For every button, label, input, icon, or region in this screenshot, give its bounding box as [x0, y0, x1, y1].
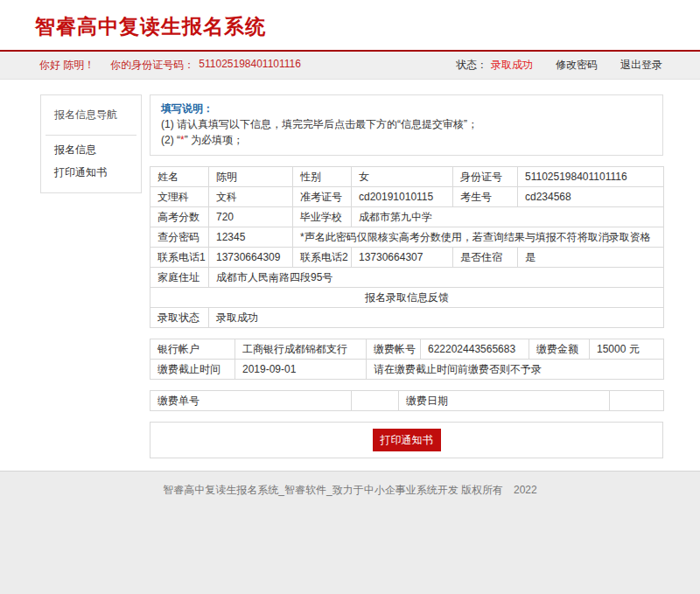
site-title: 智睿高中复读生报名系统: [0, 0, 700, 40]
table-cell: 是: [518, 248, 664, 268]
id-number-label: 你的身份证号码：: [110, 58, 194, 73]
copyright-text: 智睿高中复读生报名系统_智睿软件_致力于中小企事业系统开发 版权所有 2022: [163, 484, 536, 496]
table-row: 缴费单号缴费日期: [150, 391, 664, 411]
page-header: 智睿高中复读生报名系统: [0, 0, 700, 50]
table-row: 高考分数720毕业学校成都市第九中学: [150, 207, 664, 227]
sidebar-nav-title: 报名信息导航: [41, 104, 141, 135]
table-cell: 请在缴费截止时间前缴费否则不予录: [367, 360, 664, 380]
print-button-row: 打印通知书: [150, 422, 663, 458]
table-cell: cd234568: [518, 187, 664, 207]
table-cell: 准考证号: [293, 187, 352, 207]
table-cell: 银行帐户: [150, 339, 235, 360]
instruction-line-2-pre: (2) “: [161, 134, 180, 146]
id-number-value: 511025198401101116: [199, 58, 301, 73]
table-cell: 性别: [293, 167, 352, 187]
table-cell: 工商银行成都锦都支行: [235, 339, 367, 360]
table-row: 报名录取信息反馈: [150, 288, 664, 308]
change-password-link[interactable]: 修改密码: [556, 58, 598, 73]
page-footer: 智睿高中复读生报名系统_智睿软件_致力于中小企事业系统开发 版权所有 2022: [0, 471, 700, 594]
instruction-line-2: (2) “*” 为必填项；: [161, 132, 652, 148]
table-cell: 查分密码: [150, 227, 209, 248]
greeting-text: 你好 陈明！: [39, 58, 94, 73]
user-info: 你好 陈明！ 你的身份证号码： 511025198401101116: [39, 58, 301, 73]
status-badge: 录取成功: [491, 58, 533, 73]
table-cell: 511025198401101116: [518, 167, 664, 187]
table-cell: 720: [209, 207, 293, 227]
table-cell: 2019-09-01: [235, 360, 367, 380]
table-cell: 13730664309: [209, 248, 293, 268]
table-cell: 文科: [209, 187, 293, 207]
instructions-title: 填写说明：: [161, 101, 652, 116]
table-cell: 姓名: [150, 167, 209, 187]
sidebar-item-print-notice[interactable]: 打印通知书: [41, 159, 141, 182]
table-cell: 文理科: [150, 187, 209, 207]
table-cell: 成都市第九中学: [352, 207, 664, 227]
table-cell: *声名此密码仅限核实高考分数使用，若查询结果与填报不符将取消录取资格: [293, 227, 664, 248]
instruction-line-2-post: ” 为必填项；: [185, 134, 243, 146]
table-cell: [352, 391, 399, 411]
table-cell: [610, 391, 664, 411]
table-cell: 成都市人民南路四段95号: [209, 268, 664, 288]
table-row: 家庭住址成都市人民南路四段95号: [150, 268, 664, 288]
table-cell: 身份证号: [453, 167, 518, 187]
table-cell: 缴费单号: [150, 391, 352, 411]
sidebar-item-registration-info[interactable]: 报名信息: [41, 136, 141, 159]
table-cell: 考生号: [453, 187, 518, 207]
status-label: 状态：: [456, 58, 487, 73]
table-row: 联系电话113730664309联系电话213730664307是否住宿是: [150, 248, 664, 268]
table-cell: 15000 元: [590, 339, 664, 360]
fill-instructions-box: 填写说明： (1) 请认真填写以下信息，填完完毕后点击最下方的“信息提交审核”；…: [150, 94, 663, 156]
table-cell: 13730664307: [352, 248, 453, 268]
payment-bank-table: 银行帐户工商银行成都锦都支行缴费帐号622202443565683缴费金额150…: [150, 339, 664, 380]
table-cell: 622202443565683: [421, 339, 529, 360]
table-row: 查分密码12345*声名此密码仅限核实高考分数使用，若查询结果与填报不符将取消录…: [150, 227, 664, 248]
table-row: 录取状态录取成功: [150, 308, 664, 328]
table-cell: 家庭住址: [150, 268, 209, 288]
instruction-line-1: (1) 请认真填写以下信息，填完完毕后点击最下方的“信息提交审核”；: [161, 116, 652, 132]
table-row: 姓名陈明性别女身份证号511025198401101116: [150, 167, 664, 187]
topbar-actions: 状态： 录取成功 修改密码 退出登录: [456, 58, 662, 73]
table-cell: 缴费帐号: [367, 339, 421, 360]
table-row: 文理科文科准考证号cd20191010115考生号cd234568: [150, 187, 664, 207]
table-row: 银行帐户工商银行成都锦都支行缴费帐号622202443565683缴费金额150…: [150, 339, 664, 360]
table-cell: 缴费日期: [399, 391, 610, 411]
table-cell: 缴费金额: [529, 339, 590, 360]
payment-record-table: 缴费单号缴费日期: [150, 390, 664, 411]
table-cell: cd20191010115: [352, 187, 453, 207]
table-cell: 录取状态: [150, 308, 209, 328]
sidebar-nav: 报名信息导航 报名信息 打印通知书: [40, 94, 142, 193]
table-cell: 陈明: [209, 167, 293, 187]
table-cell: 报名录取信息反馈: [150, 288, 664, 308]
status-group: 状态： 录取成功: [456, 58, 533, 73]
table-cell: 12345: [209, 227, 293, 248]
table-row: 缴费截止时间2019-09-01请在缴费截止时间前缴费否则不予录: [150, 360, 664, 380]
print-notice-button[interactable]: 打印通知书: [373, 429, 441, 451]
registration-info-table: 姓名陈明性别女身份证号511025198401101116文理科文科准考证号cd…: [150, 166, 664, 328]
table-cell: 是否住宿: [453, 248, 518, 268]
table-cell: 联系电话1: [150, 248, 209, 268]
table-cell: 高考分数: [150, 207, 209, 227]
logout-link[interactable]: 退出登录: [620, 58, 662, 73]
id-number-group: 你的身份证号码： 511025198401101116: [110, 58, 301, 73]
table-cell: 毕业学校: [293, 207, 352, 227]
user-status-bar: 你好 陈明！ 你的身份证号码： 511025198401101116 状态： 录…: [0, 52, 700, 80]
main-panel: 填写说明： (1) 请认真填写以下信息，填完完毕后点击最下方的“信息提交审核”；…: [150, 94, 663, 471]
table-cell: 缴费截止时间: [150, 360, 235, 380]
table-cell: 联系电话2: [293, 248, 352, 268]
table-cell: 录取成功: [209, 308, 664, 328]
content-area: 报名信息导航 报名信息 打印通知书 填写说明： (1) 请认真填写以下信息，填完…: [0, 80, 700, 471]
table-cell: 女: [352, 167, 453, 187]
